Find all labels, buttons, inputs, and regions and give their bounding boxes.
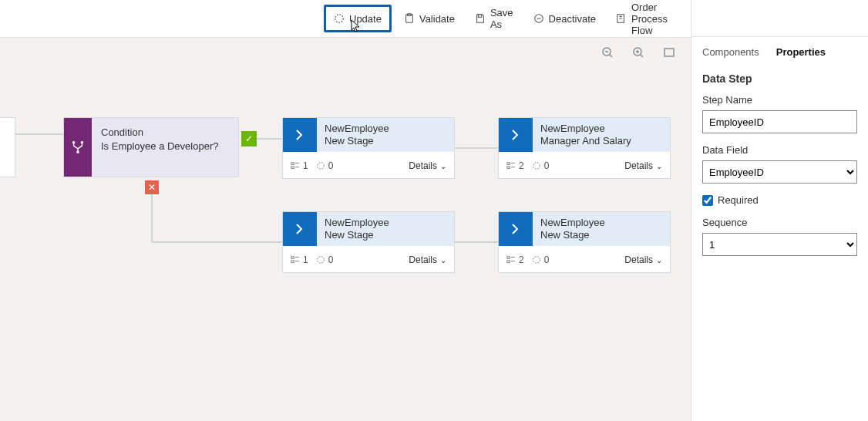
- tab-components[interactable]: Components: [702, 46, 759, 58]
- svg-point-29: [317, 257, 324, 264]
- details-toggle[interactable]: Details ⌄: [409, 160, 446, 171]
- condition-node[interactable]: Condition Is Employee a Developer?: [63, 117, 239, 177]
- stage-title: NewEmployee: [325, 217, 446, 229]
- data-field-label: Data Field: [702, 144, 857, 156]
- stage-subtitle: Manager And Salary: [540, 135, 662, 147]
- fit-icon[interactable]: [663, 46, 675, 59]
- condition-pass-badge: ✓: [241, 131, 257, 147]
- svg-point-26: [533, 163, 540, 170]
- triggers-count: 0: [532, 254, 550, 265]
- sequence-select[interactable]: 1: [702, 233, 857, 256]
- deactivate-label: Deactivate: [549, 13, 596, 25]
- zoom-out-icon[interactable]: [601, 46, 614, 59]
- svg-point-32: [533, 257, 540, 264]
- save-as-label: Save As: [490, 7, 513, 30]
- refresh-icon: [334, 13, 345, 24]
- zoom-bar: [0, 37, 691, 66]
- details-toggle[interactable]: Details ⌄: [624, 254, 662, 265]
- stage-subtitle: New Stage: [325, 135, 446, 147]
- stage-icon: [283, 118, 317, 152]
- svg-rect-28: [291, 261, 294, 263]
- stage-node-2[interactable]: NewEmployee Manager And Salary 2 0 Detai…: [498, 117, 671, 179]
- svg-rect-25: [507, 167, 510, 169]
- order-icon: [616, 13, 627, 24]
- steps-count: 2: [506, 160, 524, 171]
- stage-title: NewEmployee: [325, 123, 446, 135]
- save-as-button[interactable]: Save As: [467, 6, 521, 31]
- triggers-count: 0: [316, 254, 334, 265]
- properties-panel: Components Properties Data Step Step Nam…: [691, 0, 868, 421]
- required-label: Required: [718, 194, 759, 206]
- condition-title: Condition: [101, 126, 229, 140]
- svg-point-20: [77, 151, 79, 153]
- stage-node-4[interactable]: NewEmployee New Stage 2 0 Details ⌄: [498, 211, 671, 273]
- deactivate-icon: [533, 13, 544, 24]
- update-button[interactable]: Update: [324, 5, 392, 32]
- validate-label: Validate: [419, 13, 455, 25]
- svg-rect-27: [291, 257, 294, 259]
- tab-properties[interactable]: Properties: [776, 46, 826, 58]
- stage-title: NewEmployee: [540, 123, 662, 135]
- step-name-input[interactable]: [702, 110, 857, 133]
- sequence-label: Sequence: [702, 217, 857, 228]
- order-label: Order Process Flow: [631, 2, 685, 36]
- stage-node-3[interactable]: NewEmployee New Stage 1 0 Details ⌄: [282, 211, 455, 273]
- steps-count: 1: [291, 254, 308, 265]
- chevron-down-icon: ⌄: [656, 162, 662, 170]
- data-field-select[interactable]: EmployeeID: [702, 160, 857, 184]
- stage-icon: [499, 212, 533, 246]
- condition-subtitle: Is Employee a Developer?: [101, 140, 229, 153]
- clipboard-icon: [404, 13, 415, 24]
- stage-node-1[interactable]: NewEmployee New Stage 1 0 Details ⌄: [282, 117, 455, 179]
- svg-rect-22: [291, 167, 294, 169]
- save-icon: [475, 13, 486, 24]
- svg-rect-30: [507, 257, 510, 259]
- required-checkbox[interactable]: [702, 195, 713, 206]
- steps-count: 2: [506, 254, 524, 265]
- stage-title: NewEmployee: [540, 217, 662, 229]
- deactivate-button[interactable]: Deactivate: [526, 6, 604, 31]
- steps-count: 1: [291, 160, 308, 171]
- stage-subtitle: New Stage: [540, 229, 662, 241]
- triggers-count: 0: [316, 160, 334, 171]
- update-label: Update: [349, 13, 382, 25]
- chevron-down-icon: ⌄: [440, 162, 446, 170]
- canvas[interactable]: ls ⌄ Condition Is Employee a Developer? …: [0, 66, 691, 421]
- triggers-count: 0: [532, 160, 550, 171]
- chevron-down-icon: ⌄: [656, 256, 662, 264]
- svg-point-18: [73, 142, 75, 143]
- panel-heading: Data Step: [702, 72, 857, 85]
- stage-icon: [283, 212, 317, 246]
- svg-rect-11: [664, 49, 674, 56]
- stage-subtitle: New Stage: [325, 229, 446, 241]
- svg-rect-3: [478, 15, 481, 18]
- stage-node-truncated[interactable]: [0, 117, 15, 177]
- svg-point-19: [81, 142, 82, 143]
- svg-rect-24: [507, 163, 510, 165]
- svg-point-0: [335, 15, 344, 23]
- step-name-label: Step Name: [702, 94, 857, 106]
- zoom-in-icon[interactable]: [632, 46, 644, 59]
- details-toggle[interactable]: Details ⌄: [409, 254, 446, 265]
- svg-point-23: [317, 163, 324, 170]
- svg-rect-21: [291, 163, 294, 165]
- panel-tabs: Components Properties: [702, 37, 857, 66]
- svg-rect-31: [507, 261, 510, 263]
- order-button[interactable]: Order Process Flow: [608, 6, 693, 31]
- condition-fail-badge: ✕: [145, 180, 159, 194]
- condition-icon: [64, 118, 92, 177]
- stage-icon: [499, 118, 533, 152]
- details-toggle[interactable]: Details ⌄: [624, 160, 662, 171]
- validate-button[interactable]: Validate: [396, 6, 463, 31]
- chevron-down-icon: ⌄: [440, 256, 446, 264]
